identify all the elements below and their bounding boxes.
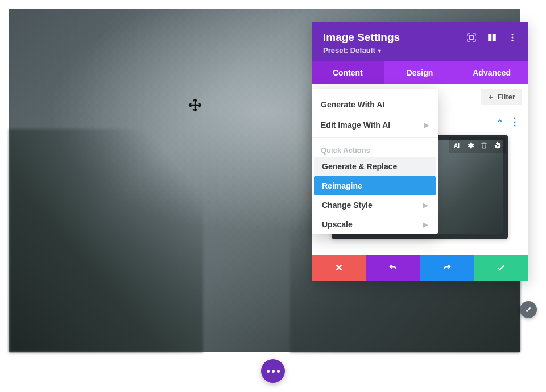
ai-dropdown-menu: Generate With AI Edit Image With AI ▶ Qu… bbox=[312, 89, 438, 234]
quick-actions-heading: Quick Actions bbox=[312, 141, 438, 157]
collapse-icon[interactable] bbox=[496, 117, 504, 127]
svg-rect-1 bbox=[488, 34, 491, 41]
menu-edit-image-with-ai[interactable]: Edit Image With AI ▶ bbox=[312, 115, 438, 135]
move-cursor-icon bbox=[187, 97, 203, 113]
menu-label: Reimagine bbox=[322, 181, 362, 190]
dot-icon bbox=[277, 370, 280, 373]
undo-button[interactable] bbox=[366, 255, 420, 281]
panel-title: Image Settings bbox=[323, 31, 400, 44]
menu-generate-with-ai[interactable]: Generate With AI bbox=[312, 94, 438, 115]
ai-icon[interactable]: AI bbox=[451, 140, 462, 151]
dot-icon bbox=[272, 370, 275, 373]
section-controls: ⋮ bbox=[496, 117, 520, 127]
svg-point-5 bbox=[512, 40, 514, 41]
quick-action-change-style[interactable]: Change Style ▶ bbox=[314, 195, 436, 215]
quick-action-reimagine[interactable]: Reimagine bbox=[314, 176, 436, 195]
panel-tabs: Content Design Advanced bbox=[312, 61, 528, 84]
redo-button[interactable] bbox=[420, 255, 474, 281]
svg-rect-0 bbox=[470, 36, 473, 39]
more-vertical-icon[interactable] bbox=[507, 32, 518, 43]
menu-label: Generate & Replace bbox=[322, 162, 397, 171]
menu-label: Generate With AI bbox=[321, 100, 384, 109]
reset-icon[interactable] bbox=[492, 140, 503, 151]
svg-point-3 bbox=[512, 34, 514, 35]
gear-icon[interactable] bbox=[465, 140, 476, 151]
trash-icon[interactable] bbox=[478, 140, 490, 151]
image-settings-panel: Image Settings Preset: Default▼ Content … bbox=[312, 22, 528, 281]
dot-icon bbox=[267, 370, 270, 373]
menu-label: Change Style bbox=[322, 201, 373, 210]
columns-icon[interactable] bbox=[487, 32, 497, 43]
tab-design[interactable]: Design bbox=[384, 61, 456, 84]
quick-action-upscale[interactable]: Upscale ▶ bbox=[314, 215, 436, 234]
panel-footer bbox=[312, 255, 528, 281]
quick-action-generate-replace[interactable]: Generate & Replace bbox=[314, 157, 436, 176]
tab-advanced[interactable]: Advanced bbox=[456, 61, 528, 84]
panel-header[interactable]: Image Settings Preset: Default▼ bbox=[312, 22, 528, 61]
preview-toolbar: AI bbox=[449, 137, 506, 153]
menu-separator bbox=[312, 137, 438, 138]
chevron-right-icon: ▶ bbox=[424, 122, 429, 129]
filter-button[interactable]: Filter bbox=[481, 89, 522, 105]
filter-label: Filter bbox=[497, 93, 515, 101]
svg-rect-2 bbox=[493, 34, 496, 41]
svg-point-4 bbox=[512, 37, 514, 39]
expand-icon[interactable] bbox=[466, 32, 477, 43]
chevron-right-icon: ▶ bbox=[423, 202, 428, 209]
section-more-icon[interactable]: ⋮ bbox=[510, 119, 520, 125]
confirm-button[interactable] bbox=[474, 255, 528, 281]
canvas-shadow-left bbox=[9, 129, 203, 352]
preset-label: Preset: Default bbox=[323, 46, 375, 55]
menu-label: Upscale bbox=[322, 220, 353, 229]
more-options-fab[interactable] bbox=[261, 359, 285, 383]
panel-body: Filter ⋮ Generate With AI Edit Image Wit… bbox=[312, 84, 528, 239]
menu-label: Edit Image With AI bbox=[321, 120, 390, 130]
cancel-button[interactable] bbox=[312, 255, 366, 281]
preset-selector[interactable]: Preset: Default▼ bbox=[323, 46, 518, 55]
tab-content[interactable]: Content bbox=[312, 61, 384, 84]
resize-handle[interactable] bbox=[520, 301, 537, 318]
chevron-right-icon: ▶ bbox=[423, 221, 428, 228]
